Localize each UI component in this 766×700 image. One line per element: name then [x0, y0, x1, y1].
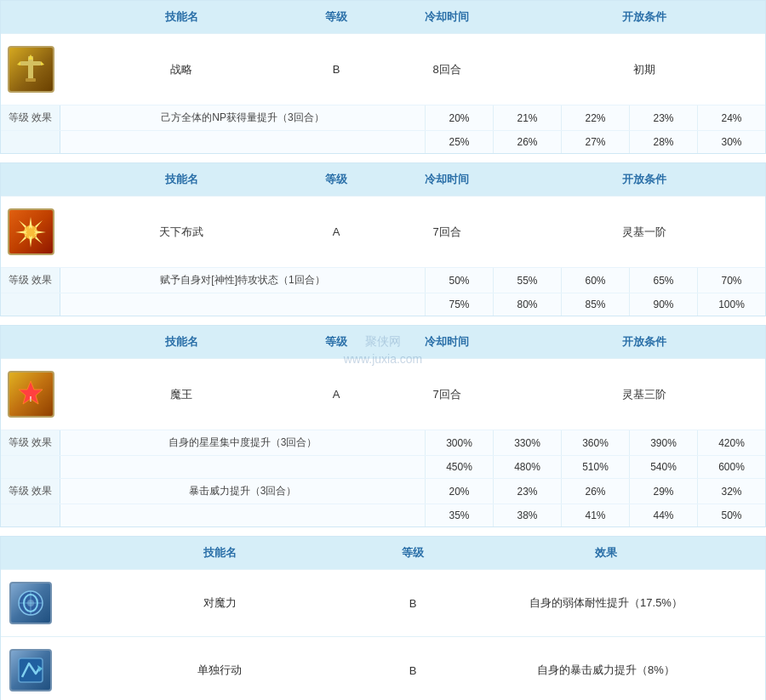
col-cooldown-3: 冷却时间	[370, 331, 523, 353]
val9: 28%	[629, 131, 697, 153]
col-unlock: 开放条件	[523, 6, 765, 28]
col-unlock-3: 开放条件	[523, 331, 765, 353]
col-skill-name: 技能名	[60, 6, 302, 28]
val16: 75%	[425, 293, 493, 316]
svg-marker-8	[29, 236, 32, 248]
svg-point-6	[24, 225, 37, 239]
val18: 85%	[561, 293, 629, 316]
skill-unlock-3: 灵基三阶	[523, 380, 765, 409]
passive-rank-2: B	[379, 657, 447, 684]
svg-marker-9	[15, 230, 27, 234]
zhanlue-svg	[14, 53, 48, 87]
effect-label-2	[1, 131, 60, 153]
passive-effect-1: 自身的弱体耐性提升（17.5%）	[447, 589, 765, 617]
effect-desc-5: 自身的星星集中度提升（3回合）	[60, 430, 425, 455]
skill-main-row-2: 天下布武 A 7回合 灵基一阶	[1, 196, 765, 267]
val22: 330%	[493, 430, 561, 455]
svg-marker-7	[29, 217, 32, 229]
effect-desc-6	[60, 456, 425, 478]
col-icon-3	[1, 331, 60, 353]
passive-icon-cell-1	[1, 570, 60, 636]
effect-label-3: 等级 效果	[1, 268, 60, 293]
svg-rect-5	[26, 78, 36, 82]
effect-desc-7: 暴击威力提升（3回合）	[60, 479, 425, 504]
passive-section: 技能名 等级 效果 对魔力 B 自身的弱体耐性提升（17.5%）	[0, 536, 766, 700]
skill-header-row-2: 技能名 等级 冷却时间 开放条件	[1, 163, 765, 196]
val35: 32%	[697, 479, 765, 504]
skill-icon-cell	[1, 34, 60, 105]
col-rank-3: 等级	[302, 331, 370, 353]
val12: 55%	[493, 268, 561, 293]
val24: 390%	[629, 430, 697, 455]
val30: 600%	[697, 456, 765, 478]
zhanlue-icon	[8, 46, 54, 93]
skill-cooldown: 8回合	[370, 55, 523, 84]
val34: 29%	[629, 479, 697, 504]
val2: 21%	[493, 105, 561, 130]
svg-marker-14	[19, 234, 27, 244]
duimoli-icon	[9, 582, 52, 624]
duimoli-svg	[15, 588, 46, 618]
val29: 540%	[629, 456, 697, 478]
val25: 420%	[697, 430, 765, 455]
svg-text:!: !	[30, 395, 32, 403]
svg-marker-13	[34, 220, 43, 230]
effect-desc-3: 赋予自身对[神性]特攻状态（1回合）	[60, 268, 425, 293]
skill-main-row-3: ! 魔王 A 7回合 灵基三阶	[1, 358, 765, 430]
passive-name-2: 单独行动	[60, 656, 379, 685]
val15: 70%	[697, 268, 765, 293]
passive-effect-2: 自身的暴击威力提升（8%）	[447, 656, 765, 685]
col-skill-name-3: 技能名	[60, 331, 302, 353]
effect-row-1: 等级 效果 己方全体的NP获得量提升（3回合） 20% 21% 22% 23% …	[1, 105, 765, 130]
effect-row-7: 等级 效果 暴击威力提升（3回合） 20% 23% 26% 29% 32%	[1, 478, 765, 504]
skill-unlock: 初期	[523, 55, 765, 84]
col-skill-name-2: 技能名	[60, 168, 302, 191]
val26: 450%	[425, 456, 493, 478]
val28: 510%	[561, 456, 629, 478]
val36: 35%	[425, 504, 493, 526]
skill-main-row: 战略 B 8回合 初期	[1, 33, 765, 105]
col-rank: 等级	[302, 6, 370, 28]
effect-desc-8	[60, 504, 425, 526]
skill-section-zhanlue: 技能名 等级 冷却时间 开放条件 战略 B 8回合 初期 等级 效果 己方全体的…	[0, 0, 766, 154]
skill-rank-3: A	[302, 381, 370, 407]
val8: 27%	[561, 131, 629, 153]
effect-label-5: 等级 效果	[1, 430, 60, 455]
val7: 26%	[493, 131, 561, 153]
effect-label-4	[1, 293, 60, 316]
effect-label-8	[1, 504, 60, 526]
skill-name: 战略	[60, 55, 302, 84]
col-icon-p	[1, 542, 60, 564]
svg-rect-1	[20, 61, 41, 65]
val13: 60%	[561, 268, 629, 293]
svg-marker-11	[19, 220, 27, 230]
passive-row-duimoli: 对魔力 B 自身的弱体耐性提升（17.5%）	[1, 569, 765, 636]
val5: 24%	[697, 105, 765, 130]
passive-name-1: 对魔力	[60, 589, 379, 617]
effect-desc: 己方全体的NP获得量提升（3回合）	[60, 105, 425, 130]
effect-row-3: 等级 效果 赋予自身对[神性]特攻状态（1回合） 50% 55% 60% 65%…	[1, 267, 765, 293]
skill-header-row: 技能名 等级 冷却时间 开放条件	[1, 1, 765, 33]
effect-label-7: 等级 效果	[1, 479, 60, 504]
skill-rank-2: A	[302, 219, 370, 245]
svg-rect-0	[28, 56, 33, 80]
tianxia-svg	[14, 215, 48, 249]
val19: 90%	[629, 293, 697, 316]
col-cooldown: 冷却时间	[370, 6, 523, 28]
col-effect-p: 效果	[447, 542, 765, 564]
val40: 50%	[697, 504, 765, 526]
svg-marker-4	[41, 61, 44, 65]
col-cooldown-2: 冷却时间	[370, 168, 523, 191]
val33: 26%	[561, 479, 629, 504]
svg-marker-12	[34, 234, 43, 244]
effect-label-6	[1, 456, 60, 478]
dandu-icon	[9, 649, 52, 691]
skill-cooldown-2: 7回合	[370, 218, 523, 247]
val23: 360%	[561, 430, 629, 455]
effect-desc-4	[60, 293, 425, 316]
svg-marker-10	[34, 230, 46, 234]
val1: 20%	[425, 105, 493, 130]
effect-desc-2	[60, 131, 425, 153]
val37: 38%	[493, 504, 561, 526]
col-icon-2	[1, 168, 60, 191]
